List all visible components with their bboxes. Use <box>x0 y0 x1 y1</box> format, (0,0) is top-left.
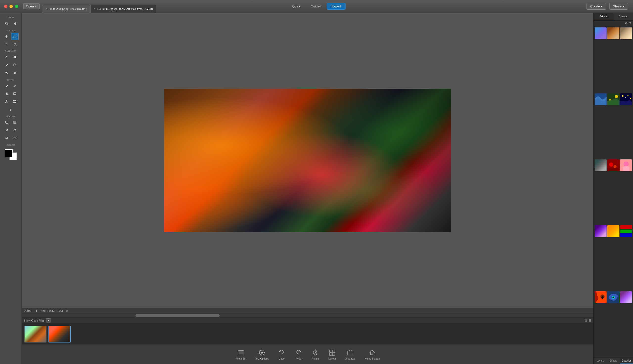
paint-bucket-tool[interactable] <box>3 90 11 97</box>
right-panel-tabs: Artistic Classic <box>594 13 633 20</box>
layers-tab[interactable]: Layers <box>594 358 607 364</box>
status-nav-right[interactable]: ▶ <box>67 310 69 312</box>
left-toolbar: VIEW SELECT ENHANCE <box>0 13 22 364</box>
open-button[interactable]: Open ▾ <box>23 3 40 10</box>
right-bottom-tabs: Layers Effects Graphics <box>594 358 633 364</box>
type-tool[interactable]: T <box>7 106 15 113</box>
enhance-tools-row <box>3 54 19 61</box>
smart-brush-tool[interactable] <box>3 61 11 69</box>
filter-thumb-anime[interactable] <box>620 160 632 171</box>
move-tool[interactable] <box>3 32 11 40</box>
red-eye-tool[interactable] <box>3 134 11 142</box>
quick-selection-tool[interactable] <box>11 40 19 48</box>
svg-rect-71 <box>329 353 332 355</box>
lasso-tool[interactable] <box>3 40 11 48</box>
dodge-tool[interactable] <box>3 69 11 76</box>
graphics-tab[interactable]: Graphics <box>620 358 633 364</box>
tab-2[interactable]: ✕ 80000266.jpg @ 200% (Artistic Effect, … <box>90 5 156 12</box>
redo-tool[interactable]: Redo <box>291 347 306 362</box>
classic-tab[interactable]: Classic <box>613 13 633 20</box>
share-button[interactable]: Share ▾ <box>609 3 628 10</box>
spot-healing-tool[interactable] <box>11 54 19 61</box>
foreground-color-swatch[interactable] <box>5 149 13 157</box>
tab-2-close[interactable]: ✕ <box>94 8 96 10</box>
tool-options-tool[interactable]: Tool Options <box>251 347 272 362</box>
organizer-label: Organizer <box>345 357 356 360</box>
eyedropper-tool[interactable] <box>3 54 11 61</box>
filter-thumb-10[interactable] <box>607 225 619 237</box>
photo-thumb-2[interactable] <box>49 326 71 342</box>
enhance-tools-row3 <box>3 69 19 76</box>
filter-thumb-starry[interactable] <box>620 94 632 105</box>
bin-icons: ⊞ ☰ <box>585 319 591 322</box>
zoom-tool[interactable] <box>3 20 11 27</box>
undo-tool[interactable]: Undo <box>274 347 289 362</box>
panel-help-icon[interactable]: ? <box>629 22 631 25</box>
filter-thumb-colorful[interactable] <box>620 225 632 237</box>
photo-thumb-1[interactable] <box>24 326 47 342</box>
panel-settings-icon[interactable]: ⚙ <box>625 22 628 25</box>
rotate-tool[interactable]: Rotate <box>308 347 323 362</box>
expert-mode-button[interactable]: Expert <box>327 3 346 10</box>
brush-tool[interactable] <box>3 82 11 90</box>
filter-thumb-van[interactable] <box>607 94 619 105</box>
quick-mode-button[interactable]: Quick <box>288 3 305 10</box>
filter-thumb-mona[interactable] <box>620 28 632 39</box>
filter-thumb-7[interactable] <box>595 160 606 171</box>
photo-bin-icon <box>237 349 245 356</box>
svg-point-83 <box>625 97 625 98</box>
clone-stamp-tool[interactable] <box>3 98 11 105</box>
svg-point-13 <box>6 100 8 102</box>
bin-list-icon[interactable]: ☰ <box>589 319 591 322</box>
minimize-button[interactable] <box>10 5 13 8</box>
effects-tab[interactable]: Effects <box>607 358 620 364</box>
svg-point-8 <box>8 64 8 64</box>
pencil-tool[interactable] <box>11 82 19 90</box>
undo-label: Undo <box>279 357 285 360</box>
crop-tool[interactable] <box>3 118 11 126</box>
photo-bin-dropdown[interactable]: ▾ <box>46 318 51 322</box>
filter-thumb-15[interactable] <box>620 291 632 303</box>
photo-bin-content <box>22 324 593 344</box>
recompose-tool[interactable] <box>11 118 19 126</box>
filter-thumb-1[interactable] <box>595 28 606 39</box>
svg-point-88 <box>623 161 628 166</box>
canvas-image <box>164 89 451 232</box>
filter-thumb-scream[interactable] <box>595 291 606 303</box>
status-nav-left[interactable]: ◀ <box>35 310 37 312</box>
photo-bin-tool[interactable]: Photo Bin <box>232 347 250 362</box>
tab-1[interactable]: ✕ 80000233.jpg @ 100% (RGB/8) <box>42 5 90 12</box>
create-button[interactable]: Create ▾ <box>586 3 606 10</box>
liquify-tool[interactable] <box>11 126 19 134</box>
modify-tools-row2 <box>3 126 19 134</box>
guided-mode-button[interactable]: Guided <box>306 3 326 10</box>
maximize-button[interactable] <box>15 5 18 8</box>
blur-tool[interactable] <box>11 61 19 69</box>
filter-thumb-wave[interactable] <box>595 94 606 105</box>
sponge-tool[interactable] <box>11 69 19 76</box>
organizer-tool[interactable]: Organizer <box>341 347 359 362</box>
filter-thumb-2[interactable] <box>607 28 619 39</box>
close-button[interactable] <box>4 5 8 8</box>
organizer-icon <box>346 349 354 356</box>
hand-tool[interactable] <box>11 20 19 27</box>
transform-tool[interactable] <box>3 126 11 134</box>
layout-tool[interactable]: Layout <box>325 347 339 362</box>
filter-thumb-9[interactable] <box>595 225 606 237</box>
resize-tool[interactable] <box>11 134 19 142</box>
filter-thumb-red[interactable] <box>607 160 619 171</box>
svg-rect-16 <box>13 102 15 103</box>
bin-grid-icon[interactable]: ⊞ <box>585 319 587 322</box>
filter-thumb-eye[interactable] <box>607 291 619 303</box>
home-screen-tool[interactable]: Home Screen <box>361 347 383 362</box>
rectangular-marquee-tool[interactable] <box>11 32 19 40</box>
enhance-section-label: ENHANCE <box>0 50 22 52</box>
canvas-viewport[interactable] <box>22 13 593 308</box>
select-tools-row <box>3 32 19 40</box>
tab-1-close[interactable]: ✕ <box>45 8 47 10</box>
rectangle-tool[interactable] <box>11 90 19 97</box>
artistic-tab[interactable]: Artistic <box>594 13 613 20</box>
pattern-stamp-tool[interactable] <box>11 98 19 105</box>
open-label: Open <box>26 4 34 8</box>
horizontal-scrollbar[interactable] <box>136 314 220 317</box>
